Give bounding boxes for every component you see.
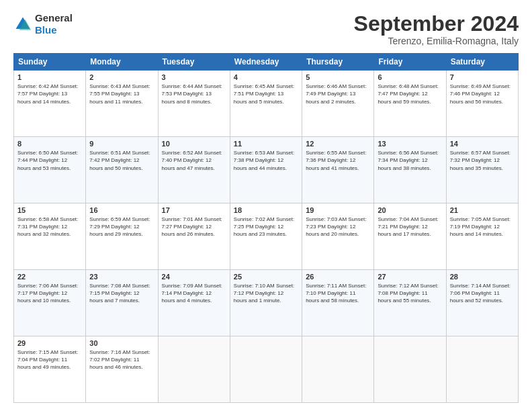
- table-row: [158, 336, 230, 403]
- day-info: Sunrise: 7:15 AM Sunset: 7:04 PM Dayligh…: [17, 349, 82, 371]
- day-number: 17: [162, 206, 226, 214]
- calendar-week-row: 29Sunrise: 7:15 AM Sunset: 7:04 PM Dayli…: [14, 336, 519, 403]
- day-info: Sunrise: 7:05 AM Sunset: 7:19 PM Dayligh…: [450, 216, 515, 238]
- day-info: Sunrise: 7:01 AM Sunset: 7:27 PM Dayligh…: [162, 216, 226, 238]
- table-row: 4Sunrise: 6:45 AM Sunset: 7:51 PM Daylig…: [230, 71, 302, 137]
- day-number: 20: [378, 206, 442, 214]
- day-info: Sunrise: 6:45 AM Sunset: 7:51 PM Dayligh…: [234, 83, 298, 105]
- day-info: Sunrise: 6:55 AM Sunset: 7:36 PM Dayligh…: [306, 149, 370, 172]
- day-info: Sunrise: 6:44 AM Sunset: 7:53 PM Dayligh…: [162, 83, 226, 105]
- day-number: 6: [378, 73, 442, 81]
- table-row: 1Sunrise: 6:42 AM Sunset: 7:57 PM Daylig…: [14, 71, 86, 137]
- day-number: 29: [17, 339, 82, 347]
- calendar: Sunday Monday Tuesday Wednesday Thursday…: [13, 53, 519, 403]
- day-info: Sunrise: 6:48 AM Sunset: 7:47 PM Dayligh…: [378, 83, 442, 105]
- logo: General Blue: [13, 12, 73, 36]
- day-number: 18: [234, 206, 298, 214]
- day-info: Sunrise: 7:02 AM Sunset: 7:25 PM Dayligh…: [234, 216, 298, 238]
- table-row: 23Sunrise: 7:08 AM Sunset: 7:15 PM Dayli…: [86, 270, 158, 336]
- day-number: 30: [89, 339, 154, 347]
- calendar-week-row: 15Sunrise: 6:58 AM Sunset: 7:31 PM Dayli…: [14, 203, 519, 270]
- day-info: Sunrise: 6:43 AM Sunset: 7:55 PM Dayligh…: [89, 83, 154, 105]
- table-row: 10Sunrise: 6:52 AM Sunset: 7:40 PM Dayli…: [158, 137, 230, 203]
- day-number: 12: [306, 140, 370, 148]
- calendar-header-row: Sunday Monday Tuesday Wednesday Thursday…: [14, 54, 519, 71]
- day-info: Sunrise: 6:57 AM Sunset: 7:32 PM Dayligh…: [450, 149, 515, 172]
- calendar-week-row: 22Sunrise: 7:06 AM Sunset: 7:17 PM Dayli…: [14, 270, 519, 336]
- day-info: Sunrise: 6:46 AM Sunset: 7:49 PM Dayligh…: [306, 83, 370, 105]
- day-number: 5: [306, 73, 370, 81]
- table-row: 15Sunrise: 6:58 AM Sunset: 7:31 PM Dayli…: [14, 203, 86, 270]
- day-info: Sunrise: 7:09 AM Sunset: 7:14 PM Dayligh…: [162, 282, 226, 305]
- day-number: 23: [89, 273, 154, 281]
- table-row: 3Sunrise: 6:44 AM Sunset: 7:53 PM Daylig…: [158, 71, 230, 137]
- table-row: 30Sunrise: 7:16 AM Sunset: 7:02 PM Dayli…: [86, 336, 158, 403]
- calendar-week-row: 1Sunrise: 6:42 AM Sunset: 7:57 PM Daylig…: [14, 71, 519, 137]
- table-row: 24Sunrise: 7:09 AM Sunset: 7:14 PM Dayli…: [158, 270, 230, 336]
- day-info: Sunrise: 6:58 AM Sunset: 7:31 PM Dayligh…: [17, 216, 82, 238]
- day-number: 22: [17, 273, 82, 281]
- day-number: 25: [234, 273, 298, 281]
- day-info: Sunrise: 7:12 AM Sunset: 7:08 PM Dayligh…: [378, 282, 442, 305]
- table-row: 7Sunrise: 6:49 AM Sunset: 7:46 PM Daylig…: [446, 71, 518, 137]
- header-thursday: Thursday: [302, 54, 374, 71]
- table-row: 14Sunrise: 6:57 AM Sunset: 7:32 PM Dayli…: [446, 137, 518, 203]
- location: Terenzo, Emilia-Romagna, Italy: [354, 36, 519, 46]
- day-number: 9: [89, 140, 154, 148]
- day-info: Sunrise: 6:42 AM Sunset: 7:57 PM Dayligh…: [17, 83, 82, 105]
- table-row: 11Sunrise: 6:53 AM Sunset: 7:38 PM Dayli…: [230, 137, 302, 203]
- table-row: [230, 336, 302, 403]
- day-info: Sunrise: 7:16 AM Sunset: 7:02 PM Dayligh…: [89, 349, 154, 371]
- header-sunday: Sunday: [14, 54, 86, 71]
- header-monday: Monday: [86, 54, 158, 71]
- day-number: 14: [450, 140, 515, 148]
- table-row: [446, 336, 518, 403]
- day-number: 13: [378, 140, 442, 148]
- day-number: 1: [17, 73, 82, 81]
- day-number: 28: [450, 273, 515, 281]
- day-number: 15: [17, 206, 82, 214]
- day-number: 2: [89, 73, 154, 81]
- day-info: Sunrise: 7:06 AM Sunset: 7:17 PM Dayligh…: [17, 282, 82, 305]
- day-number: 27: [378, 273, 442, 281]
- day-number: 11: [234, 140, 298, 148]
- day-number: 19: [306, 206, 370, 214]
- month-title: September 2024: [354, 12, 519, 36]
- day-number: 24: [162, 273, 226, 281]
- day-info: Sunrise: 7:14 AM Sunset: 7:06 PM Dayligh…: [450, 282, 515, 305]
- header-wednesday: Wednesday: [230, 54, 302, 71]
- table-row: 26Sunrise: 7:11 AM Sunset: 7:10 PM Dayli…: [302, 270, 374, 336]
- day-info: Sunrise: 6:51 AM Sunset: 7:42 PM Dayligh…: [89, 149, 154, 172]
- day-number: 21: [450, 206, 515, 214]
- title-block: September 2024 Terenzo, Emilia-Romagna, …: [354, 12, 519, 46]
- table-row: [374, 336, 446, 403]
- table-row: 27Sunrise: 7:12 AM Sunset: 7:08 PM Dayli…: [374, 270, 446, 336]
- day-info: Sunrise: 7:11 AM Sunset: 7:10 PM Dayligh…: [306, 282, 370, 305]
- day-info: Sunrise: 7:04 AM Sunset: 7:21 PM Dayligh…: [378, 216, 442, 238]
- table-row: 6Sunrise: 6:48 AM Sunset: 7:47 PM Daylig…: [374, 71, 446, 137]
- day-info: Sunrise: 6:53 AM Sunset: 7:38 PM Dayligh…: [234, 149, 298, 172]
- day-number: 4: [234, 73, 298, 81]
- table-row: 2Sunrise: 6:43 AM Sunset: 7:55 PM Daylig…: [86, 71, 158, 137]
- day-info: Sunrise: 7:08 AM Sunset: 7:15 PM Dayligh…: [89, 282, 154, 305]
- header: General Blue September 2024 Terenzo, Emi…: [13, 12, 519, 46]
- day-number: 3: [162, 73, 226, 81]
- table-row: 20Sunrise: 7:04 AM Sunset: 7:21 PM Dayli…: [374, 203, 446, 270]
- table-row: 29Sunrise: 7:15 AM Sunset: 7:04 PM Dayli…: [14, 336, 86, 403]
- table-row: 9Sunrise: 6:51 AM Sunset: 7:42 PM Daylig…: [86, 137, 158, 203]
- day-info: Sunrise: 7:10 AM Sunset: 7:12 PM Dayligh…: [234, 282, 298, 305]
- day-info: Sunrise: 6:56 AM Sunset: 7:34 PM Dayligh…: [378, 149, 442, 172]
- table-row: 13Sunrise: 6:56 AM Sunset: 7:34 PM Dayli…: [374, 137, 446, 203]
- day-info: Sunrise: 6:50 AM Sunset: 7:44 PM Dayligh…: [17, 149, 82, 172]
- table-row: 8Sunrise: 6:50 AM Sunset: 7:44 PM Daylig…: [14, 137, 86, 203]
- table-row: 5Sunrise: 6:46 AM Sunset: 7:49 PM Daylig…: [302, 71, 374, 137]
- header-saturday: Saturday: [446, 54, 518, 71]
- header-tuesday: Tuesday: [158, 54, 230, 71]
- table-row: 18Sunrise: 7:02 AM Sunset: 7:25 PM Dayli…: [230, 203, 302, 270]
- day-number: 16: [89, 206, 154, 214]
- logo-icon: [13, 15, 32, 34]
- day-number: 7: [450, 73, 515, 81]
- logo-text: General Blue: [35, 12, 73, 36]
- day-info: Sunrise: 7:03 AM Sunset: 7:23 PM Dayligh…: [306, 216, 370, 238]
- table-row: 17Sunrise: 7:01 AM Sunset: 7:27 PM Dayli…: [158, 203, 230, 270]
